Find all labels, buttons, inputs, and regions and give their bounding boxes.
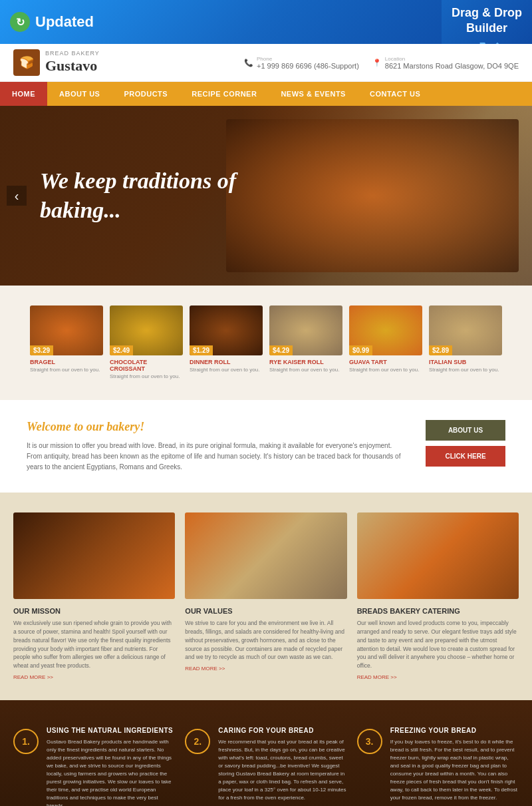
drag-drop-label: Drag & DropBuilder [452, 6, 522, 35]
product-card[interactable]: $2.49 CHOCOLATE CROISSANT Straight from … [110, 305, 183, 380]
bakery-name: Gustavo [45, 57, 100, 75]
hero-title: We keep traditions ofbaking... [40, 166, 236, 225]
product-name: RYE KAISER ROLL [269, 359, 342, 365]
product-name: BRAGEL [30, 359, 103, 365]
tip-number: 1. [13, 729, 39, 754]
phone-value: +1 999 869 6696 (486-Support) [257, 62, 359, 70]
product-card[interactable]: $2.89 ITALIAN SUB Straight from our oven… [429, 305, 502, 380]
mission-text: Our well known and loved products come t… [357, 619, 519, 670]
read-more-link[interactable]: READ MORE >> [357, 674, 519, 680]
main-nav: HOME ABOUT US PRODUCTS RECIPE CORNER NEW… [0, 82, 532, 106]
nav-item-about[interactable]: ABOUT US [47, 82, 112, 106]
top-banner: ↻ Updated Drag & DropBuilder ↗↙ [0, 0, 532, 44]
tip-number: 3. [357, 729, 382, 754]
product-image: $2.49 [110, 305, 183, 355]
tip-item: 1. USING THE NATURAL INGREDIENTS Gustavo… [13, 727, 175, 806]
product-price: $2.49 [110, 345, 133, 355]
mission-card: BREADS BAKERY CATERING Our well known an… [357, 512, 519, 680]
product-card[interactable]: $4.29 RYE KAISER ROLL Straight from our … [269, 305, 342, 380]
mission-image [185, 512, 346, 599]
hero-content: We keep traditions ofbaking... [0, 166, 276, 225]
product-price: $2.89 [429, 345, 452, 355]
refresh-icon: ↻ [10, 12, 30, 32]
header-contact: 📞 Phone +1 999 869 6696 (486-Support) 📍 … [244, 56, 519, 70]
mission-title: OUR MISSON [13, 607, 175, 615]
tip-content: CARING FOR YOUR BREAD We recommend that … [218, 727, 346, 806]
welcome-title: Welcome to our bakery! [27, 420, 406, 434]
nav-item-products[interactable]: PRODUCTS [112, 82, 180, 106]
product-name: DINNER ROLL [190, 359, 263, 365]
mission-text: We strive to care for you and the enviro… [185, 619, 346, 662]
tip-text: We recommend that you eat your bread at … [218, 738, 346, 802]
welcome-content: Welcome to our bakery! It is our mission… [27, 420, 406, 473]
location-icon: 📍 [372, 59, 382, 67]
product-name: GUAVA TART [349, 359, 422, 365]
product-image: $4.29 [269, 305, 342, 355]
welcome-text: It is our mission to offer you bread wit… [27, 441, 406, 473]
product-name: CHOCOLATE CROISSANT [110, 359, 183, 372]
location-info: Location 8621 Marstons Road Glasgow, DO4… [385, 56, 519, 70]
drag-drop-arrow-icon: ↗↙ [452, 37, 522, 44]
phone-contact: 📞 Phone +1 999 869 6696 (486-Support) [244, 56, 359, 70]
bakery-label: BREAD BAKERY [45, 50, 100, 57]
product-image: $1.29 [190, 305, 263, 355]
product-desc: Straight from our oven to you. [110, 373, 183, 380]
read-more-link[interactable]: READ MORE >> [13, 674, 175, 680]
read-more-link[interactable]: READ MORE >> [185, 666, 346, 672]
logo-icon: 🍞 [13, 49, 40, 76]
site-header: 🍞 BREAD BAKERY Gustavo 📞 Phone +1 999 86… [0, 44, 532, 82]
mission-grid: OUR MISSON We exclusively use sun ripene… [13, 512, 519, 680]
location-value: 8621 Marstons Road Glasgow, DO4 9QE [385, 62, 519, 70]
phone-label: Phone [257, 56, 359, 62]
product-desc: Straight from our oven to you. [30, 367, 103, 373]
mission-text: We exclusively use sun ripened whole gra… [13, 619, 175, 670]
product-desc: Straight from our oven to you. [269, 367, 342, 373]
tip-title: FREEZING YOUR BREAD [390, 727, 519, 734]
tip-text: Gustavo Bread Bakery products are handma… [47, 738, 175, 806]
nav-item-contact[interactable]: CONTACT US [358, 82, 432, 106]
about-us-button[interactable]: ABOUT US [426, 420, 505, 441]
tip-content: USING THE NATURAL INGREDIENTS Gustavo Br… [47, 727, 175, 806]
product-image: $2.89 [429, 305, 502, 355]
updated-badge: ↻ Updated [10, 12, 94, 32]
logo-text: BREAD BAKERY Gustavo [45, 50, 100, 75]
tip-text: If you buy loaves to freeze, it's best t… [390, 738, 519, 802]
product-price: $3.29 [30, 345, 53, 355]
nav-item-news[interactable]: NEWS & EVENTS [269, 82, 358, 106]
product-desc: Straight from our oven to you. [429, 367, 502, 373]
tips-section: 1. USING THE NATURAL INGREDIENTS Gustavo… [0, 700, 532, 806]
mission-section: OUR MISSON We exclusively use sun ripene… [0, 493, 532, 700]
product-desc: Straight from our oven to you. [190, 367, 263, 373]
product-price: $0.99 [349, 345, 372, 355]
mission-card: OUR VALUES We strive to care for you and… [185, 512, 346, 680]
mission-image [357, 512, 519, 599]
location-label: Location [385, 56, 519, 62]
mission-title: OUR VALUES [185, 607, 346, 615]
tip-number: 2. [185, 729, 210, 754]
welcome-section: Welcome to our bakery! It is our mission… [0, 400, 532, 493]
mission-image [13, 512, 175, 599]
tip-item: 2. CARING FOR YOUR BREAD We recommend th… [185, 727, 346, 806]
product-card[interactable]: $1.29 DINNER ROLL Straight from our oven… [190, 305, 263, 380]
click-here-button[interactable]: CLICK HERE [426, 446, 505, 467]
products-section: $3.29 BRAGEL Straight from our oven to y… [0, 286, 532, 400]
phone-info: Phone +1 999 869 6696 (486-Support) [257, 56, 359, 70]
product-name: ITALIAN SUB [429, 359, 502, 365]
welcome-buttons: ABOUT US CLICK HERE [426, 420, 505, 467]
location-contact: 📍 Location 8621 Marstons Road Glasgow, D… [372, 56, 519, 70]
product-desc: Straight from our oven to you. [349, 367, 422, 373]
nav-item-home[interactable]: HOME [0, 82, 47, 106]
product-card[interactable]: $0.99 GUAVA TART Straight from our oven … [349, 305, 422, 380]
tip-item: 3. FREEZING YOUR BREAD If you buy loaves… [357, 727, 519, 806]
product-image: $3.29 [30, 305, 103, 355]
tip-title: USING THE NATURAL INGREDIENTS [47, 727, 175, 734]
products-grid: $3.29 BRAGEL Straight from our oven to y… [13, 305, 519, 380]
tip-title: CARING FOR YOUR BREAD [218, 727, 346, 734]
product-card[interactable]: $3.29 BRAGEL Straight from our oven to y… [30, 305, 103, 380]
drag-drop-badge: Drag & DropBuilder ↗↙ [442, 0, 532, 44]
phone-icon: 📞 [244, 59, 253, 67]
updated-label: Updated [35, 13, 94, 31]
mission-card: OUR MISSON We exclusively use sun ripene… [13, 512, 175, 680]
nav-item-recipe[interactable]: RECIPE CORNER [180, 82, 269, 106]
tip-content: FREEZING YOUR BREAD If you buy loaves to… [390, 727, 519, 806]
